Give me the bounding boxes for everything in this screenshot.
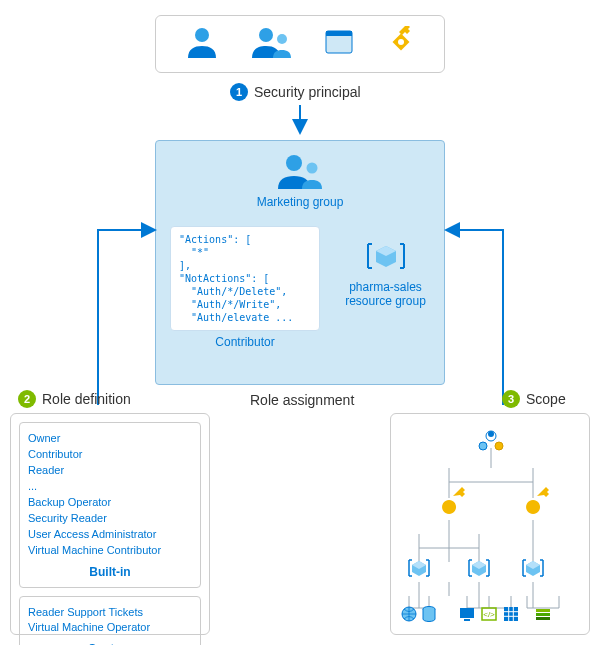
subscription-key-icon xyxy=(442,487,465,514)
security-principal-panel xyxy=(155,15,445,73)
role-item: Backup Operator xyxy=(28,495,192,511)
badge-1: 1 xyxy=(230,83,248,101)
svg-point-14 xyxy=(495,442,503,450)
svg-text:</>: </> xyxy=(483,610,495,619)
svg-rect-35 xyxy=(536,617,550,620)
svg-rect-25 xyxy=(464,619,470,621)
arrow-principal-down xyxy=(295,105,305,135)
svg-rect-34 xyxy=(536,613,550,616)
app-icon xyxy=(324,27,354,61)
role-assignment-panel: Marketing group "Actions": [ "*" ], "Not… xyxy=(155,140,445,385)
svg-rect-4 xyxy=(326,31,352,36)
resource-code-icon: </> xyxy=(482,608,496,620)
resource-group-icon xyxy=(363,262,409,279)
svg-point-1 xyxy=(259,28,273,42)
resource-web-icon xyxy=(402,607,416,621)
resource-monitor-icon xyxy=(460,608,474,621)
security-principal-label: Security principal xyxy=(254,84,361,100)
custom-roles-box: Reader Support TicketsVirtual Machine Op… xyxy=(19,596,201,646)
resource-group-icon xyxy=(409,560,429,576)
arrow-roledef-in xyxy=(93,225,158,405)
role-item: Reader Support Tickets xyxy=(28,605,192,621)
scope-tree: </> xyxy=(399,422,583,628)
badge-3: 3 xyxy=(502,390,520,408)
scope-label: Scope xyxy=(526,391,566,407)
scope-title: 3 Scope xyxy=(502,390,566,408)
subscription-key-icon xyxy=(526,487,549,514)
resource-group-icon xyxy=(523,560,543,576)
resource-storage-icon xyxy=(536,609,550,620)
resource-group-line1: pharma-sales xyxy=(338,280,433,294)
role-item: Virtual Machine Contributor xyxy=(28,543,192,559)
group-icon xyxy=(251,24,293,64)
role-definition-title: 2 Role definition xyxy=(18,390,131,408)
svg-point-9 xyxy=(307,163,318,174)
builtin-label: Built-in xyxy=(28,565,192,579)
svg-rect-33 xyxy=(536,609,550,612)
role-definition-label: Role definition xyxy=(42,391,131,407)
role-item: Security Reader xyxy=(28,511,192,527)
role-item: Contributor xyxy=(28,447,192,463)
arrow-scope-in xyxy=(443,225,508,405)
role-item: Reader xyxy=(28,463,192,479)
badge-2: 2 xyxy=(18,390,36,408)
resource-db-icon xyxy=(423,607,435,622)
key-icon xyxy=(385,26,417,62)
resource-group-icon xyxy=(469,560,489,576)
svg-point-2 xyxy=(277,34,287,44)
svg-point-15 xyxy=(488,431,494,437)
role-item: Virtual Machine Operator xyxy=(28,620,192,636)
svg-rect-28 xyxy=(504,607,518,621)
svg-point-0 xyxy=(195,28,209,42)
role-item: ... xyxy=(28,479,192,495)
mgmt-group-icon xyxy=(479,431,503,450)
role-item: Owner xyxy=(28,431,192,447)
security-principal-title: 1 Security principal xyxy=(230,83,361,101)
role-definition-panel: OwnerContributorReader...Backup Operator… xyxy=(10,413,210,635)
builtin-roles-box: OwnerContributorReader...Backup Operator… xyxy=(19,422,201,588)
role-assignment-label: Role assignment xyxy=(250,392,354,408)
svg-point-13 xyxy=(479,442,487,450)
scope-panel: </> xyxy=(390,413,590,635)
user-icon xyxy=(184,24,220,64)
svg-rect-24 xyxy=(460,608,474,618)
svg-point-6 xyxy=(398,39,404,45)
marketing-group-icon xyxy=(277,177,323,194)
contributor-code: "Actions": [ "*" ], "NotActions": [ "Aut… xyxy=(170,226,320,331)
role-item: User Access Administrator xyxy=(28,527,192,543)
resource-grid-icon xyxy=(504,607,518,621)
marketing-group-label: Marketing group xyxy=(156,195,444,209)
svg-point-8 xyxy=(286,155,302,171)
contributor-label: Contributor xyxy=(170,335,320,349)
resource-group-line2: resource group xyxy=(338,294,433,308)
